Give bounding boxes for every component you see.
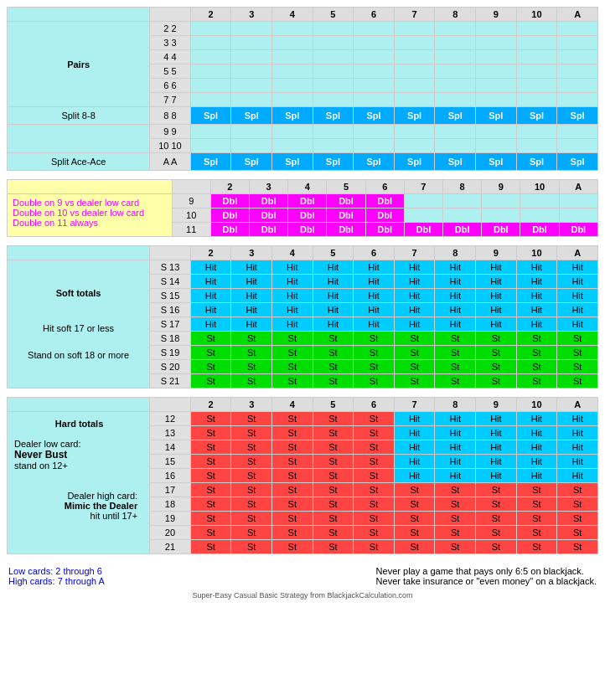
pairs-table: 2 3 4 5 6 7 8 9 10 A Pairs [7, 7, 598, 171]
doubles-header-row: 2 3 4 5 6 7 8 9 10 A [8, 180, 598, 194]
hard-title: Hard totals [14, 419, 144, 429]
hard-note-5: Mimic the Dealer [14, 501, 137, 511]
pairs-row-22: Pairs 2 2 [8, 22, 598, 36]
soft-row-s13: Soft totals Hit soft 17 or less Stand on… [8, 260, 598, 275]
soft-header-row: 2 3 4 5 6 7 8 9 10 A [8, 246, 598, 260]
pairs-header-row: 2 3 4 5 6 7 8 9 10 A [8, 8, 598, 22]
footer: Low cards: 2 through 6 High cards: 7 thr… [7, 563, 598, 589]
footer-left-0: Low cards: 2 through 6 [8, 566, 105, 576]
footer-high-cards: High cards: 7 through A [8, 576, 105, 586]
soft-stand-note: Stand on soft 18 or more [13, 350, 144, 360]
hard-note-0: Dealer low card: [14, 439, 144, 449]
pairs-row-99: 9 9 [8, 125, 598, 139]
footer-left: Low cards: 2 through 6 High cards: 7 thr… [8, 566, 105, 586]
doubles-section: 2 3 4 5 6 7 8 9 10 A Double on 9 vs deal… [7, 179, 598, 237]
hard-section: 2 3 4 5 6 7 8 9 10 A Hard totals Dealer … [7, 397, 598, 554]
doubles-row-9: Double on 9 vs dealer low card Double on… [8, 194, 598, 208]
splitAA-label: Split Ace-Ace [51, 157, 106, 167]
pairs-label: Pairs [67, 59, 90, 69]
footer-brand: Super-Easy Casual Basic Strategy from Bl… [7, 591, 598, 600]
soft-table: 2 3 4 5 6 7 8 9 10 A Soft totals [7, 245, 598, 389]
pairs-row-aa: Split Ace-Ace A A SplSplSplSplSplSplSplS… [8, 153, 598, 171]
footer-right-1: Never take insurance or "even money" on … [376, 576, 597, 586]
hard-note-4: Dealer high card: [14, 491, 137, 501]
hard-note-1: Never Bust [14, 449, 144, 461]
hard-table: 2 3 4 5 6 7 8 9 10 A Hard totals Dealer … [7, 397, 598, 554]
doubles-note-2: Double on 11 always [13, 218, 167, 228]
doubles-note-1: Double on 10 vs dealer low card [13, 208, 167, 218]
hard-header-row: 2 3 4 5 6 7 8 9 10 A [8, 398, 598, 412]
pairs-section: 2 3 4 5 6 7 8 9 10 A Pairs [7, 7, 598, 171]
hard-row-12: Hard totals Dealer low card: Never Bust … [8, 412, 598, 426]
footer-right-0: Never play a game that pays only 6:5 on … [376, 566, 597, 576]
hard-note-6: hit until 17+ [14, 511, 137, 521]
soft-hit-note: Hit soft 17 or less [13, 323, 144, 333]
footer-low-cards: Low cards: 2 through 6 [8, 566, 102, 576]
doubles-table: 2 3 4 5 6 7 8 9 10 A Double on 9 vs deal… [7, 179, 598, 237]
doubles-note-0: Double on 9 vs dealer low card [13, 198, 167, 208]
split88-label: Split 8-8 [61, 111, 95, 121]
main-container: 2 3 4 5 6 7 8 9 10 A Pairs [0, 0, 605, 606]
hard-note-2: stand on 12+ [14, 461, 144, 471]
pairs-row-88: Split 8-8 8 8 SplSplSplSplSplSplSplSplSp… [8, 107, 598, 125]
soft-title: Soft totals [13, 288, 144, 298]
soft-section: 2 3 4 5 6 7 8 9 10 A Soft totals [7, 245, 598, 389]
footer-left-1: High cards: 7 through A [8, 576, 105, 586]
footer-right: Never play a game that pays only 6:5 on … [376, 566, 597, 586]
